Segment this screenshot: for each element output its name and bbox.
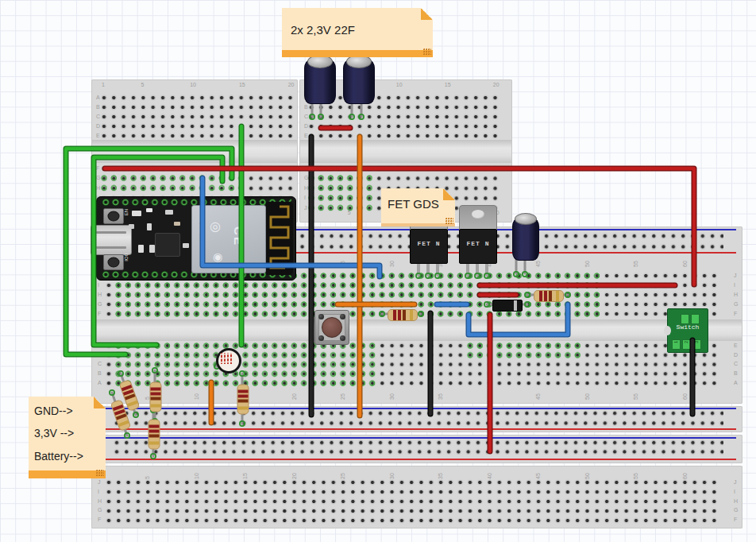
note-bottom-bar[interactable] <box>29 470 106 478</box>
wire-blue-outline <box>202 178 380 277</box>
note-text: FET GDS <box>388 197 439 211</box>
note-capacitors[interactable]: 2x 2,3V 22F <box>282 8 433 57</box>
note-line: GND--> <box>34 405 73 417</box>
note-bottom-bar[interactable] <box>381 223 455 226</box>
note-power[interactable]: GND--> 3,3V --> Battery--> <box>29 397 106 478</box>
note-resize-handle[interactable] <box>96 470 104 477</box>
note-resize-handle[interactable] <box>423 48 431 56</box>
wire-blue[interactable] <box>469 304 568 335</box>
wire-green-outline <box>66 149 232 354</box>
jumper-wires-layer <box>0 0 756 542</box>
wire-blue[interactable] <box>202 178 380 277</box>
note-line: Battery--> <box>34 450 83 463</box>
fritzing-breadboard-canvas: EN IO0 ◎ CE ◉ 205 - 0985 <box>0 0 756 542</box>
note-text: 2x 2,3V 22F <box>291 23 355 37</box>
wire-red-outline <box>105 168 694 285</box>
note-line: 3,3V --> <box>34 427 74 439</box>
wire-red[interactable] <box>105 168 694 285</box>
note-bottom-bar[interactable] <box>282 50 433 57</box>
wire-green[interactable] <box>66 149 232 354</box>
note-fet[interactable]: FET GDS <box>381 188 455 226</box>
wire-blue-outline <box>469 304 568 335</box>
note-resize-handle[interactable] <box>446 218 453 225</box>
